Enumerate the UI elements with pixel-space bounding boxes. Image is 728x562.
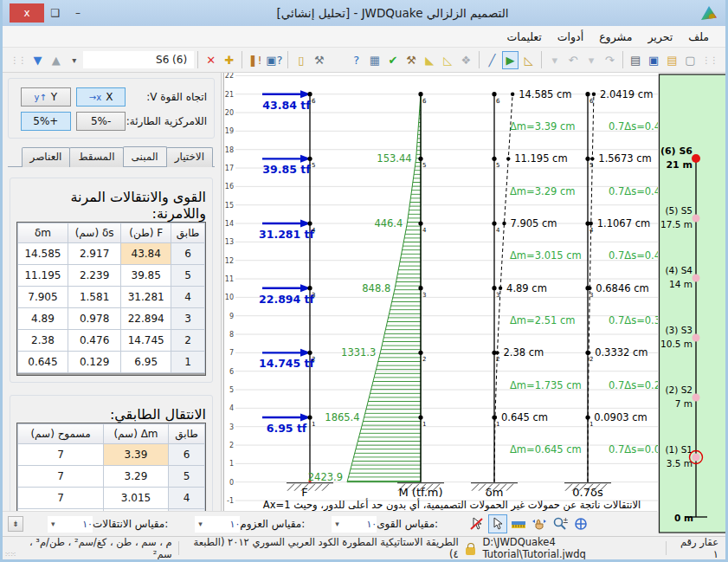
design-setsquare-icon[interactable]: ◺ xyxy=(520,51,537,69)
cell[interactable]: 14.585 xyxy=(18,243,68,265)
toolbar-overflow-button[interactable]: ⇟ xyxy=(8,516,23,532)
undo-icon[interactable]: ↶ xyxy=(564,51,581,69)
cell[interactable]: 11.195 xyxy=(18,265,68,287)
cell[interactable]: 6.95 xyxy=(121,352,171,373)
scale-combo-0[interactable]: ▾١٠ xyxy=(48,516,93,533)
cell[interactable]: 2 xyxy=(171,330,205,352)
close-button[interactable]: x xyxy=(10,3,44,23)
tab-1[interactable]: المبنى xyxy=(123,146,167,166)
cell[interactable]: 4 xyxy=(168,488,204,509)
run-analysis-icon[interactable]: ▶ xyxy=(502,51,519,69)
help-icon[interactable]: ? xyxy=(348,51,364,69)
stories-minimap-panel[interactable]: (6) S621 m(5) S517.5 m(4) S414 m(3) S310… xyxy=(658,73,728,535)
menu-item-4[interactable]: تعليمات xyxy=(499,28,550,46)
open-icon[interactable]: ▤ xyxy=(664,51,680,69)
direction-y-button[interactable]: Y ↑y xyxy=(21,87,71,107)
no-select-cursor-icon[interactable] xyxy=(467,514,486,533)
print-icon[interactable]: ▤ xyxy=(628,51,644,69)
add-story-icon[interactable]: ✚ xyxy=(221,51,237,69)
cell[interactable]: 2.917 xyxy=(68,243,120,265)
navigate-down-icon[interactable]: ▼ xyxy=(29,51,46,69)
spectrum-chart-icon[interactable]: ◣ xyxy=(422,51,438,69)
table-row[interactable]: 539.852.23911.195 xyxy=(18,265,205,287)
panel-info-icon[interactable]: ▣? xyxy=(265,51,283,69)
select-cursor-icon[interactable] xyxy=(488,514,507,533)
check-icon[interactable]: ✔ xyxy=(384,51,401,69)
scale-combo-2[interactable]: ▾١٠ xyxy=(332,516,377,533)
new-icon[interactable]: ▢ xyxy=(682,51,699,69)
calculator-icon[interactable]: ▦ xyxy=(366,51,383,69)
delete-story-icon[interactable]: ✕ xyxy=(203,51,219,69)
forces-table[interactable]: طابقF (طن)δs (سم)δm643.842.91714.585539.… xyxy=(17,223,205,373)
cell[interactable]: 3.29 xyxy=(104,466,169,488)
pan-icon[interactable] xyxy=(530,514,549,533)
cell[interactable]: 6 xyxy=(168,444,204,466)
cell[interactable]: 7 xyxy=(18,444,104,466)
maximize-button[interactable]: ❑ xyxy=(44,7,67,19)
menu-item-3[interactable]: أدوات xyxy=(550,28,591,46)
tools-icon[interactable]: ⚒ xyxy=(311,51,327,69)
cell[interactable]: 14.745 xyxy=(121,330,171,352)
cell[interactable]: 22.894 xyxy=(121,308,171,330)
cell[interactable]: 2.239 xyxy=(68,265,120,287)
cell[interactable]: 43.84 xyxy=(121,243,171,265)
redo-caret-icon[interactable]: ▾ xyxy=(583,51,599,69)
story-selector-combo[interactable]: S6 (6) xyxy=(83,51,194,68)
save-icon[interactable]: ▣ xyxy=(646,51,662,69)
menu-item-1[interactable]: تحرير xyxy=(640,28,680,46)
navigate-up-icon[interactable]: ▲ xyxy=(48,51,64,69)
table-row[interactable]: 43.0157 xyxy=(18,488,205,509)
column-section-icon[interactable]: ▯ xyxy=(293,51,309,69)
zoom-inout-icon[interactable]: ± xyxy=(551,514,570,533)
menu-item-0[interactable]: ملف xyxy=(680,28,717,46)
diagram-canvas[interactable]: -10123456789101112131415161718192021226.… xyxy=(223,73,657,511)
redo-icon[interactable]: ↷ xyxy=(602,51,618,69)
resize-grip-icon[interactable]: ⁙⁙ xyxy=(4,550,16,559)
cell[interactable]: 39.85 xyxy=(121,265,171,287)
cell[interactable]: 7 xyxy=(18,466,104,488)
eccentricity-plus-button[interactable]: +5% xyxy=(21,112,71,131)
cell[interactable]: 5 xyxy=(171,265,205,287)
measure-ruler-icon[interactable] xyxy=(509,514,528,533)
cell[interactable]: 0.476 xyxy=(68,330,120,352)
minimize-button[interactable]: – xyxy=(67,7,89,19)
cell[interactable]: 3 xyxy=(171,308,205,330)
cell[interactable]: 6 xyxy=(171,243,205,265)
table-row[interactable]: 63.397 xyxy=(18,444,205,466)
stamp-icon[interactable]: ❖ xyxy=(458,51,474,69)
measure-diagonal-icon[interactable]: ╱ xyxy=(484,51,500,69)
cell[interactable]: 3.015 xyxy=(104,488,169,509)
eccentricity-minus-button[interactable]: -5% xyxy=(76,112,126,131)
undo-caret-icon[interactable]: ▾ xyxy=(546,51,563,69)
table-row[interactable]: 53.297 xyxy=(18,466,205,488)
cell[interactable]: 2.38 xyxy=(18,330,68,352)
cell[interactable]: 31.281 xyxy=(121,287,171,308)
table-row[interactable]: 16.950.1290.645 xyxy=(18,352,205,373)
menu-item-2[interactable]: مشروع xyxy=(591,28,640,46)
zoom-extents-icon[interactable] xyxy=(571,514,590,533)
cell[interactable]: 4 xyxy=(171,287,205,308)
cell[interactable]: 7 xyxy=(18,488,104,509)
cell[interactable]: 0.129 xyxy=(68,352,120,373)
cell[interactable]: 0.978 xyxy=(68,308,120,330)
hammer-icon[interactable]: ⚒ xyxy=(403,51,419,69)
cell[interactable]: 5 xyxy=(168,466,204,488)
scale-combo-1[interactable]: ▾١٠ xyxy=(195,516,240,533)
triangle-chart-icon[interactable]: ◺ xyxy=(440,51,456,69)
table-row[interactable]: 322.8940.9784.89 xyxy=(18,308,205,330)
tab-0[interactable]: الاختيار xyxy=(166,147,213,167)
cell[interactable]: 7.905 xyxy=(18,287,68,308)
story-combo-caret-icon[interactable]: ▾ xyxy=(66,51,82,69)
table-row[interactable]: 214.7450.4762.38 xyxy=(18,330,205,352)
cell[interactable]: 1.581 xyxy=(68,287,120,308)
cell[interactable]: 1 xyxy=(171,352,205,373)
table-row[interactable]: 431.2811.5817.905 xyxy=(18,287,205,308)
cell[interactable]: 4.89 xyxy=(18,308,68,330)
direction-x-button[interactable]: X x→ xyxy=(76,87,126,107)
wall-warning-icon[interactable]: ❚! xyxy=(247,51,263,69)
cell[interactable]: 3.39 xyxy=(104,444,169,466)
tab-2[interactable]: المسقط xyxy=(69,147,123,167)
tab-3[interactable]: العناصر xyxy=(22,147,71,167)
cell[interactable]: 0.645 xyxy=(18,352,68,373)
table-row[interactable]: 643.842.91714.585 xyxy=(18,243,205,265)
